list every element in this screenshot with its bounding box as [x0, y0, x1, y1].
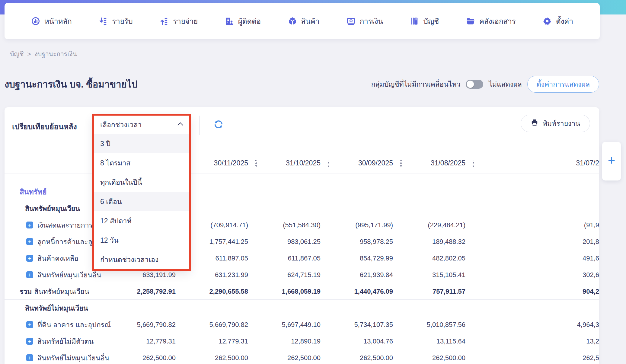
value-cell: 315,105.41: [393, 267, 465, 283]
title-right-controls: กลุ่มบัญชีที่ไม่มีการเคลื่อนไหว ไม่แสดงผ…: [371, 76, 599, 93]
nav-item-home[interactable]: หน้าหลัก: [31, 15, 72, 27]
period-option[interactable]: 6 เดือน: [94, 192, 190, 211]
value-cell: 2,258,792.91: [103, 283, 176, 300]
value-cell: 13,115.64: [393, 333, 465, 350]
period-select[interactable]: เลือกช่วงเวลา: [94, 115, 190, 134]
breadcrumb: บัญชี > งบฐานะการเงิน: [10, 49, 77, 59]
value-cell: 983,061.25: [248, 233, 321, 250]
value-cell: 2,290,655.58: [176, 283, 248, 300]
main-nav: หน้าหลัก รายรับ รายจ่าย ผู้ติดต่อ สินค้า…: [5, 3, 600, 39]
table-row: + ที่ดิน อาคาร และอุปกรณ์5,669,790.825,6…: [5, 316, 599, 333]
value-cell: (551,584.30): [248, 217, 321, 233]
value-cell: 262,500.00: [103, 350, 176, 364]
row-label: สินทรัพย์หมุนเวียน: [25, 200, 80, 217]
page-title: งบฐานะการเงิน บจ. ซื้อมาขายไป: [5, 77, 137, 92]
period-option[interactable]: กำหนดช่วงเวลาเอง: [94, 250, 190, 269]
title-row: งบฐานะการเงิน บจ. ซื้อมาขายไป กลุ่มบัญชี…: [5, 75, 599, 94]
contacts-icon: [225, 17, 234, 26]
nav-item-documents[interactable]: คลังเอกสาร: [466, 15, 516, 27]
inactive-accounts-toggle[interactable]: [466, 80, 483, 89]
toggle-knob: [467, 81, 474, 88]
value-cell: (995,171.99): [321, 217, 393, 233]
expand-plus-icon[interactable]: +: [26, 238, 33, 245]
date-column-header: 31/10/2025: [248, 152, 321, 174]
value-cell: 5,697,449.10: [248, 316, 321, 333]
gear-icon: [543, 17, 552, 26]
printer-icon: [531, 119, 538, 128]
nav-item-label: สินค้า: [301, 15, 320, 27]
expand-plus-icon[interactable]: +: [26, 321, 33, 328]
period-option[interactable]: ทุกเดือนในปีนี้: [94, 173, 190, 192]
value-cell: 262,5: [545, 350, 599, 364]
products-icon: [288, 17, 297, 26]
period-option[interactable]: 3 ปี: [94, 134, 190, 153]
refresh-icon[interactable]: [213, 119, 224, 129]
ledger-icon: [410, 17, 419, 26]
nav-item-finance[interactable]: การเงิน: [347, 15, 383, 27]
table-row: สินทรัพย์ไม่หมุนเวียน: [5, 300, 599, 316]
value-cell: 1,440,476.09: [321, 283, 393, 300]
date-column-header: 30/09/2025: [321, 152, 393, 174]
row-label: + เงินสดและรายการเที: [26, 217, 100, 233]
period-option[interactable]: 8 ไตรมาส: [94, 153, 190, 173]
period-option[interactable]: 12 วัน: [94, 231, 190, 250]
value-cell: 201,8: [545, 233, 599, 250]
table-row: รวมสินทรัพย์หมุนเวียน2,258,792.912,290,6…: [5, 283, 599, 300]
nav-item-contacts[interactable]: ผู้ติดต่อ: [225, 15, 261, 27]
nav-item-expense[interactable]: รายจ่าย: [160, 15, 198, 27]
expand-plus-icon[interactable]: +: [26, 338, 33, 345]
value-cell: 757,911.57: [393, 283, 465, 300]
value-cell: 13,2: [545, 333, 599, 350]
nav-item-label: รายจ่าย: [173, 15, 198, 27]
value-cell: 5,669,790.82: [176, 316, 248, 333]
value-cell: 4,964,3: [545, 316, 599, 333]
chevron-up-icon: [177, 122, 183, 128]
date-column-header: 31/08/2025: [393, 152, 465, 174]
nav-item-label: หน้าหลัก: [44, 15, 72, 27]
value-cell: 904,2: [545, 283, 599, 300]
finance-icon: [347, 17, 356, 26]
report-card: เปรียบเทียบย้อนหลัง พิมพ์รายงาน 31/12/20…: [5, 107, 599, 364]
value-cell: (91,9: [545, 217, 599, 233]
expand-plus-icon[interactable]: +: [26, 255, 33, 262]
row-label: + สินทรัพย์หมุนเวียนอื่น: [26, 267, 101, 283]
value-cell: 1,668,059.19: [248, 283, 321, 300]
nav-item-label: ผู้ติดต่อ: [238, 15, 261, 27]
table-row: + สินทรัพย์ไม่มีตัวตน12,779.3112,779.311…: [5, 333, 599, 350]
row-label: + สินทรัพย์ไม่หมุนเวียนอื่น: [26, 350, 109, 364]
display-settings-button[interactable]: ตั้งค่าการแสดงผล: [527, 76, 599, 93]
value-cell: 12,779.31: [103, 333, 176, 350]
breadcrumb-separator: >: [27, 50, 31, 58]
value-cell: (229,484.21): [393, 217, 465, 233]
add-column-button[interactable]: +: [602, 142, 621, 180]
value-cell: 482,802.05: [393, 250, 465, 267]
nav-item-accounting[interactable]: บัญชี: [410, 15, 439, 27]
value-cell: 491,6: [545, 250, 599, 267]
row-label: + ลูกหนี้การค้าและลูกห: [26, 233, 101, 250]
value-cell: 12,779.31: [176, 333, 248, 350]
nav-item-settings[interactable]: ตั้งค่า: [543, 15, 573, 27]
period-option[interactable]: 12 สัปดาห์: [94, 211, 190, 231]
expand-plus-icon[interactable]: +: [26, 354, 33, 361]
nav-item-label: การเงิน: [360, 15, 383, 27]
value-cell: 262,500.00: [321, 350, 393, 364]
expand-plus-icon[interactable]: +: [26, 271, 33, 278]
row-label: สินทรัพย์: [20, 184, 47, 200]
value-cell: 262,500.00: [393, 350, 465, 364]
value-cell: 621,939.84: [321, 267, 393, 283]
row-label: + สินค้าคงเหลือ: [26, 250, 78, 267]
column-menu-kebab-icon[interactable]: [470, 157, 476, 169]
value-cell: 624,715.19: [248, 267, 321, 283]
nav-item-products[interactable]: สินค้า: [288, 15, 320, 27]
print-report-button[interactable]: พิมพ์รายงาน: [521, 115, 590, 132]
expand-plus-icon[interactable]: +: [26, 222, 33, 228]
value-cell: 262,500.00: [176, 350, 248, 364]
value-cell: 854,729.99: [321, 250, 393, 267]
nav-item-income[interactable]: รายรับ: [99, 15, 133, 27]
toggle-state-label: ไม่แสดงผล: [489, 79, 522, 90]
nav-item-label: บัญชี: [423, 15, 439, 27]
value-cell: 13,004.76: [321, 333, 393, 350]
row-label: รวมสินทรัพย์หมุนเวียน: [20, 283, 89, 300]
breadcrumb-accounting[interactable]: บัญชี: [10, 49, 24, 59]
nav-item-label: รายรับ: [112, 15, 133, 27]
